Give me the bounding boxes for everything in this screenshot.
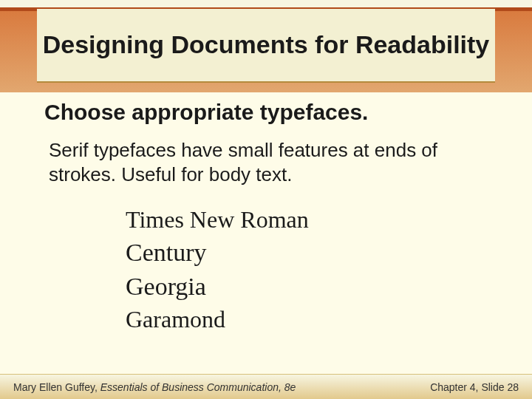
footer-book-title: Essentials of Business Communication, 8e xyxy=(100,381,296,393)
footer-chapter: Chapter 4, Slide 28 xyxy=(430,381,519,393)
footer-author: Mary Ellen Guffey, xyxy=(13,381,100,393)
section-heading: Choose appropriate typefaces. xyxy=(44,100,502,125)
list-item: Times New Roman xyxy=(126,204,502,236)
footer-left: Mary Ellen Guffey, Essentials of Busines… xyxy=(13,381,296,393)
list-item: Garamond xyxy=(126,304,502,335)
slide-footer: Mary Ellen Guffey, Essentials of Busines… xyxy=(0,374,532,399)
body-paragraph: Serif typefaces have small features at e… xyxy=(44,138,502,186)
list-item: Georgia xyxy=(126,270,502,304)
slide-title: Designing Documents for Readability xyxy=(43,30,490,59)
typeface-list: Times New Roman Century Georgia Garamond xyxy=(44,204,502,335)
list-item: Century xyxy=(126,236,502,270)
title-band: Designing Documents for Readability xyxy=(0,0,532,92)
title-container: Designing Documents for Readability xyxy=(37,9,495,83)
content-area: Choose appropriate typefaces. Serif type… xyxy=(44,100,502,335)
